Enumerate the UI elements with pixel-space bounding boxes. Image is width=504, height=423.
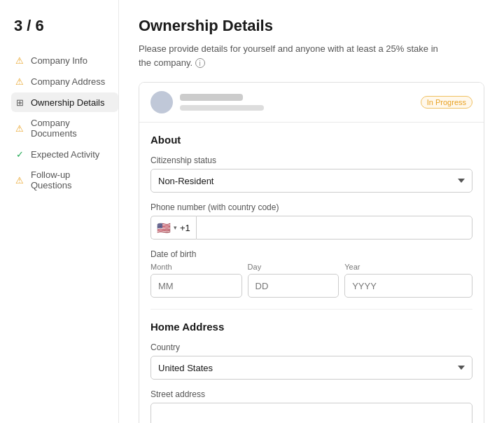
citizenship-status-label: Citizenship status (150, 155, 472, 165)
sidebar-item-follow-up-questions[interactable]: ⚠ Follow-up Questions (11, 165, 118, 195)
dob-label: Date of birth (150, 249, 472, 259)
phone-number-input[interactable] (196, 216, 472, 240)
year-field: Year (344, 263, 472, 298)
status-badge: In Progress (421, 96, 472, 109)
sidebar-item-label: Company Address (31, 76, 105, 87)
street-address-input[interactable] (150, 403, 472, 423)
sidebar-item-ownership-details[interactable]: ⊞ Ownership Details (11, 92, 118, 112)
warning-icon: ⚠ (14, 174, 25, 186)
phone-prefix-value: +1 (180, 223, 190, 233)
user-name-blur (180, 94, 243, 101)
info-icon[interactable]: i (195, 58, 205, 68)
day-input[interactable] (248, 274, 340, 298)
avatar (150, 91, 173, 113)
user-email-blur (180, 105, 264, 111)
sidebar-item-company-info[interactable]: ⚠ Company Info (11, 50, 118, 70)
warning-icon: ⚠ (14, 55, 25, 66)
country-select[interactable]: United States Canada United Kingdom (150, 356, 472, 380)
sidebar-item-label: Company Documents (31, 118, 113, 139)
street-address-field: Street address (150, 389, 472, 423)
user-info (180, 94, 414, 111)
year-input[interactable] (344, 274, 472, 298)
card-body: About Citizenship status Non-Resident US… (139, 123, 484, 423)
month-input[interactable] (150, 274, 242, 298)
sidebar-item-company-address[interactable]: ⚠ Company Address (11, 71, 118, 91)
street-address-label: Street address (150, 389, 472, 399)
about-section-label: About (150, 134, 472, 146)
phone-number-field: Phone number (with country code) 🇺🇸 ▾ +1 (150, 202, 472, 240)
country-label: Country (150, 342, 472, 352)
step-counter: 3 / 6 (11, 17, 118, 35)
phone-number-label: Phone number (with country code) (150, 202, 472, 212)
citizenship-status-field: Citizenship status Non-Resident US Citiz… (150, 155, 472, 193)
dob-row: Month Day Year (150, 263, 472, 298)
sidebar-item-label: Follow-up Questions (31, 169, 113, 190)
warning-icon: ⚠ (14, 76, 25, 87)
page-subtitle: Please provide details for yourself and … (139, 42, 447, 69)
ownership-card: In Progress About Citizenship status Non… (139, 82, 484, 423)
sidebar-item-label: Expected Activity (31, 149, 99, 160)
sidebar-item-expected-activity[interactable]: ✓ Expected Activity (11, 144, 118, 164)
sidebar-item-company-documents[interactable]: ⚠ Company Documents (11, 113, 118, 143)
check-icon: ✓ (14, 148, 25, 160)
day-label: Day (248, 263, 340, 271)
day-field: Day (248, 263, 340, 298)
sidebar: 3 / 6 ⚠ Company Info ⚠ Company Address ⊞… (0, 0, 119, 423)
country-field: Country United States Canada United King… (150, 342, 472, 380)
phone-row: 🇺🇸 ▾ +1 (150, 216, 472, 240)
page-title: Ownership Details (139, 17, 484, 35)
phone-prefix-selector[interactable]: 🇺🇸 ▾ +1 (150, 216, 196, 240)
card-header: In Progress (139, 83, 484, 123)
flag-icon: 🇺🇸 (157, 221, 171, 235)
month-label: Month (150, 263, 242, 271)
sidebar-item-label: Company Info (31, 55, 88, 66)
dob-field: Date of birth Month Day Year (150, 249, 472, 298)
main-content: Ownership Details Please provide details… (119, 0, 504, 423)
home-address-section-label: Home Address (150, 321, 472, 333)
warning-icon: ⚠ (14, 123, 25, 134)
year-label: Year (344, 263, 472, 271)
sidebar-item-label: Ownership Details (31, 97, 105, 108)
citizenship-status-select[interactable]: Non-Resident US Citizen Permanent Reside… (150, 169, 472, 193)
grid-icon: ⊞ (14, 97, 25, 108)
month-field: Month (150, 263, 242, 298)
section-divider (150, 309, 472, 310)
chevron-down-icon: ▾ (174, 224, 177, 231)
